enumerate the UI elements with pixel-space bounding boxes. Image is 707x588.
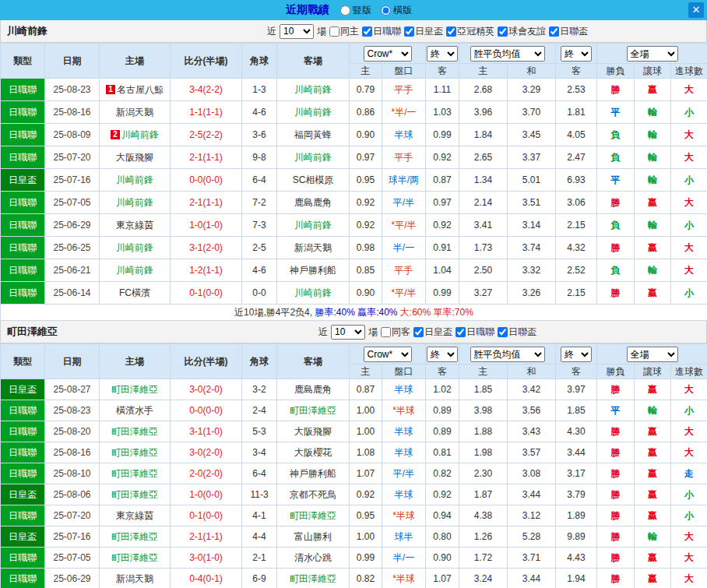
summary-segment: 贏率:40% (357, 307, 400, 318)
avg-away: 1.89 (556, 505, 597, 526)
filter-checkbox-日聯盃[interactable]: 日聯盃 (549, 25, 588, 38)
result-goals: 大 (671, 442, 707, 463)
filter-checkbox-同主[interactable]: 同主 (329, 25, 359, 38)
final-avg-select[interactable]: 終 (561, 347, 592, 362)
dialog-titlebar: 近期戰績 豎版 橫版 ✕ (0, 0, 707, 20)
match-row: 日職聯25-07-05町田澤維亞3-0(1-0)2-1清水心跳0.99半/一0.… (1, 548, 707, 569)
odds-source-select[interactable]: Crow* (364, 347, 412, 362)
summary-row: 近10場,勝4平2负4, 勝率:40% 贏率:40% 大:60% 單率:70% (1, 305, 707, 321)
handicap: *半球 (382, 400, 426, 421)
result-winloss: 勝 (597, 282, 635, 305)
home-team: 町田澤維亞 (100, 379, 171, 400)
summary-cell: 近10場,勝4平2负4, 勝率:40% 贏率:40% 大:60% 單率:70% (1, 305, 707, 321)
radio-vertical-input[interactable] (340, 5, 350, 16)
result-goals: 大 (671, 569, 707, 588)
result-handicap: 輸 (635, 101, 671, 124)
filter-checkbox-球會友誼[interactable]: 球會友誼 (498, 25, 546, 38)
sub-avg-home: 主 (459, 364, 508, 379)
avg-draw: 3.32 (508, 259, 556, 282)
avg-away: 1.81 (556, 101, 597, 124)
league-badge: 日皇盃 (1, 379, 45, 400)
odds-away: 1.02 (426, 379, 459, 400)
result-goals: 小 (671, 505, 707, 526)
radio-horizontal-input[interactable] (381, 5, 391, 16)
checkbox-input[interactable] (456, 327, 466, 337)
result-goals: 大 (671, 192, 707, 214)
result-handicap: 輸 (635, 124, 671, 146)
home-team: 東京綠茵 (100, 214, 171, 237)
radio-vertical-layout[interactable]: 豎版 (340, 4, 371, 17)
match-score: 3-1(2-0) (171, 237, 242, 259)
filter-checkbox-日職聯[interactable]: 日職聯 (362, 25, 401, 38)
matches-table: 類型 日期 主場 比分(半場) 角球 客場 Crow* 終 胜平负均值 終 (0, 43, 707, 321)
filter-checkbox-label: 日職聯 (466, 326, 494, 339)
filter-checkbox-日職聯[interactable]: 日職聯 (456, 326, 494, 339)
corner-score: 4-1 (242, 505, 277, 526)
match-score: 2-5(2-2) (171, 124, 242, 146)
odds-home: 0.95 (350, 169, 382, 192)
filter-checkbox-同客[interactable]: 同客 (381, 326, 410, 339)
checkbox-input[interactable] (446, 26, 456, 37)
away-team: 町田澤維亞 (277, 569, 350, 588)
checkbox-input[interactable] (413, 327, 424, 337)
final-avg-select[interactable]: 終 (561, 46, 592, 62)
match-date: 25-06-14 (45, 282, 100, 305)
checkbox-input[interactable] (549, 26, 559, 37)
checkbox-input[interactable] (329, 26, 339, 37)
home-team: 町田澤維亞 (100, 484, 171, 505)
odds-home: 0.99 (350, 548, 382, 569)
sub-winloss: 勝負 (597, 364, 635, 379)
avg-odds-select[interactable]: 胜平负均值 (470, 347, 545, 362)
home-team: 町田澤維亞 (100, 526, 171, 548)
filter-checkbox-亞冠精英[interactable]: 亞冠精英 (446, 25, 494, 38)
match-score: 0-1(0-0) (171, 282, 242, 305)
col-away: 客場 (277, 344, 350, 379)
odds-source-select[interactable]: Crow* (364, 46, 412, 62)
close-icon[interactable]: ✕ (688, 2, 704, 18)
corner-score: 4-4 (242, 526, 277, 548)
result-handicap: 贏 (635, 463, 671, 484)
corner-score: 2-1 (242, 548, 277, 569)
corner-score: 11-3 (242, 484, 277, 505)
match-count-select[interactable]: 10 (280, 24, 314, 39)
avg-away: 3.97 (556, 379, 597, 400)
checkbox-input[interactable] (381, 327, 391, 337)
fullmatch-select[interactable]: 全場 (627, 347, 678, 362)
col-corner: 角球 (242, 344, 277, 379)
checkbox-input[interactable] (362, 26, 372, 37)
avg-draw: 3.42 (508, 379, 556, 400)
odds-home: 0.97 (350, 146, 382, 169)
league-badge: 日職聯 (1, 400, 45, 421)
filter-bar: 近10場同主日職聯日皇盃亞冠精英球會友誼日聯盃 (155, 24, 700, 39)
match-row: 日職聯25-06-14FC橫濱0-1(0-0)0-0川崎前鋒0.90*平/半0.… (1, 282, 707, 305)
result-handicap: 贏 (635, 237, 671, 259)
filter-checkbox-日皇盃[interactable]: 日皇盃 (413, 326, 452, 339)
radio-horizontal-layout[interactable]: 橫版 (381, 4, 412, 17)
final-odds-select[interactable]: 終 (427, 46, 458, 62)
match-date: 25-07-16 (45, 169, 100, 192)
result-goals: 大 (671, 146, 707, 169)
away-team: 川崎前鋒 (277, 282, 350, 305)
checkbox-input[interactable] (498, 26, 508, 37)
result-goals: 大 (671, 79, 707, 101)
odds-home: 0.92 (350, 192, 382, 214)
avg-odds-select[interactable]: 胜平负均值 (470, 46, 545, 62)
avg-draw: 3.08 (508, 463, 556, 484)
handicap: 半球 (382, 442, 426, 463)
odds-away: 0.89 (426, 400, 459, 421)
avg-away: 3.06 (556, 192, 597, 214)
odds-home: 0.85 (350, 259, 382, 282)
match-count-select[interactable]: 10 (331, 325, 365, 340)
final-odds-select[interactable]: 終 (427, 347, 458, 362)
odds-away: 0.91 (426, 237, 459, 259)
handicap: 平手 (382, 146, 426, 169)
fullmatch-select[interactable]: 全場 (627, 46, 678, 62)
checkbox-input[interactable] (404, 26, 414, 37)
match-date: 25-08-06 (45, 484, 100, 505)
filter-checkbox-日皇盃[interactable]: 日皇盃 (404, 25, 443, 38)
handicap: 半球 (382, 484, 426, 505)
checkbox-input[interactable] (498, 327, 508, 337)
odds-home: 1.00 (350, 421, 382, 442)
result-handicap: 贏 (635, 505, 671, 526)
filter-checkbox-日聯盃[interactable]: 日聯盃 (498, 326, 536, 339)
